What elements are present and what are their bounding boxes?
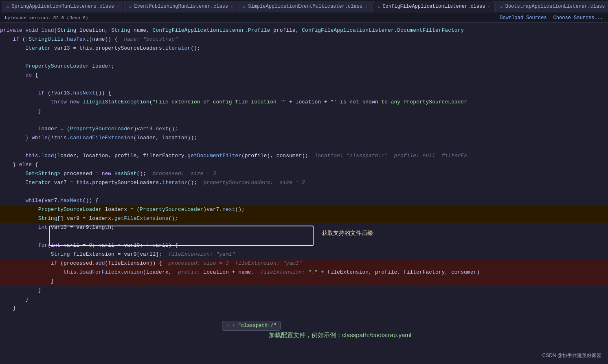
tab-close-config-file-listener[interactable]: ✕	[487, 4, 490, 9]
code-line-blank2	[0, 80, 608, 89]
line-content-fileext: String fileExtension = var9[var11]; file…	[0, 250, 603, 259]
choose-sources-link[interactable]: Choose Sources...	[553, 15, 603, 21]
code-line-loadforfile: this.loadForFileExtension(loaderx, prefi…	[0, 268, 608, 277]
bytecode-version: bytecode version: 52.0 (Java 8)	[5, 15, 88, 20]
code-line-else: } else {	[0, 160, 608, 169]
code-line-thisload: this.load(loader, location, profile, fil…	[0, 151, 608, 160]
tab-close-event-publishing[interactable]: ✕	[230, 4, 233, 9]
line-content-2: if (!StringUtils.hasText(name)) { name: …	[0, 35, 603, 44]
line-content-thisload: this.load(loader, location, profile, fil…	[0, 151, 603, 160]
code-line-if: if (!var13.hasNext()) {	[0, 89, 608, 98]
line-content-else: } else {	[0, 160, 603, 169]
tab-bootstrap-listener[interactable]: ☕ BootstrapApplicationListener.class ✕	[495, 1, 608, 12]
tab-spring-run-listeners[interactable]: ☕ SpringApplicationRunListeners.class ✕	[2, 1, 123, 12]
line-content-3: Iterator var13 = this.propertySourceLoad…	[0, 44, 603, 53]
code-line-2: if (!StringUtils.hasText(name)) { name: …	[0, 35, 608, 44]
tab-bar: ☕ SpringApplicationRunListeners.class ✕ …	[0, 0, 608, 13]
code-line-blank7: }	[0, 286, 608, 295]
tab-icon-spring-run-listeners: ☕	[6, 4, 9, 10]
line-content-closing3: }	[0, 295, 603, 304]
status-right: Download Sources Choose Sources...	[500, 15, 603, 21]
tab-event-publishing[interactable]: ☕ EventPublishingRunListener.class ✕	[124, 1, 237, 12]
line-content-blank1	[0, 53, 603, 62]
code-line-closing4: }	[0, 304, 608, 313]
tab-label-spring-run-listeners: SpringApplicationRunListeners.class	[11, 4, 114, 9]
line-content-blank2	[0, 80, 603, 89]
annotation-load-config: 加载配置文件，例如示例：classpath:/bootstrap.yaml	[269, 331, 411, 339]
line-content-processed-add: if (processed.add(fileExtension)) { proc…	[0, 259, 603, 268]
line-content-loaderx: PropertySourceLoader loaderx = (Property…	[0, 205, 603, 214]
line-content-blank7: }	[0, 286, 603, 295]
tooltip-value: + "classpath:/"	[232, 323, 276, 329]
code-line-for: for(int var11 = 0; var11 < var10; ++var1…	[0, 241, 608, 250]
line-content-var9: String[] var9 = loaderx.getFileExtension…	[0, 214, 603, 223]
tooltip-plus: +	[226, 323, 229, 329]
line-content-loadforfile: this.loadForFileExtension(loaderx, prefi…	[0, 268, 603, 277]
code-line-blank3	[0, 116, 608, 125]
tab-config-file-listener[interactable]: ☕ ConfigFileApplicationListener.class ✕	[373, 1, 494, 12]
line-content-loader: loader = (PropertySourceLoader)var13.nex…	[0, 125, 603, 134]
code-line-blank1	[0, 53, 608, 62]
code-line-var10: int var10 = var9.length;	[0, 223, 608, 232]
line-content-closing4: }	[0, 304, 603, 313]
code-line-1: private void load(String location, Strin…	[0, 26, 608, 35]
code-line-var7: Iterator var7 = this.propertySourceLoade…	[0, 178, 608, 187]
code-editor: private void load(String location, Strin…	[0, 23, 608, 364]
line-content-set: Set<String> processed = new HashSet(); p…	[0, 169, 603, 178]
line-content-6: do {	[0, 71, 603, 80]
tab-icon-bootstrap-listener: ☕	[500, 4, 503, 10]
code-line-blank6	[0, 232, 608, 241]
code-line-fileext: String fileExtension = var9[var11]; file…	[0, 250, 608, 259]
download-sources-link[interactable]: Download Sources	[500, 15, 547, 21]
tab-close-simple-multicaster[interactable]: ✕	[365, 4, 367, 9]
code-line-processed-add: if (processed.add(fileExtension)) { proc…	[0, 259, 608, 268]
tab-icon-simple-multicaster: ☕	[243, 4, 246, 10]
line-content-for: for(int var11 = 0; var11 < var10; ++var1…	[0, 241, 603, 250]
line-content-blank4	[0, 143, 603, 151]
line-content-blank6	[0, 232, 603, 241]
code-line-blank4	[0, 143, 608, 151]
line-content-if: if (!var13.hasNext()) {	[0, 89, 603, 98]
code-line-throw: throw new IllegalStateException("File ex…	[0, 98, 608, 107]
code-line-closing1: }	[0, 107, 608, 116]
code-line-closing3: }	[0, 295, 608, 304]
status-bar: bytecode version: 52.0 (Java 8) Download…	[0, 13, 608, 23]
code-line-set: Set<String> processed = new HashSet(); p…	[0, 169, 608, 178]
code-line-6: do {	[0, 71, 608, 80]
line-content-blank3	[0, 116, 603, 125]
tab-icon-config-file-listener: ☕	[377, 4, 380, 10]
csdn-watermark: CSDN @协手共建美好家园	[542, 352, 601, 359]
tab-icon-event-publishing: ☕	[129, 4, 132, 10]
tab-label-simple-multicaster: SimpleApplicationEventMulticaster.class	[248, 4, 362, 9]
line-content-var7: Iterator var7 = this.propertySourceLoade…	[0, 178, 603, 187]
code-line-loaderx: PropertySourceLoader loaderx = (Property…	[0, 205, 608, 214]
code-line-5: PropertySourceLoader loader;	[0, 62, 608, 71]
code-line-blank5	[0, 187, 608, 196]
line-content-while1: } while(!this.canLoadFileExtension(loade…	[0, 134, 603, 143]
tab-label-config-file-listener: ConfigFileApplicationListener.class	[382, 4, 485, 9]
code-line-3: Iterator var13 = this.propertySourceLoad…	[0, 44, 608, 53]
code-line-var9: String[] var9 = loaderx.getFileExtension…	[0, 214, 608, 223]
code-line-while2: while(var7.hasNext()) {	[0, 196, 608, 205]
tab-label-event-publishing: EventPublishingRunListener.class	[134, 4, 228, 9]
tooltip-classpath: + + "classpath:/"	[222, 321, 281, 331]
code-line-while1: } while(!this.canLoadFileExtension(loade…	[0, 134, 608, 143]
line-content-closing1: }	[0, 107, 603, 116]
line-content-closing2: }	[0, 277, 603, 286]
line-content-var10: int var10 = var9.length;	[0, 223, 603, 232]
line-content-1: private void load(String location, Strin…	[0, 26, 603, 35]
line-content-5: PropertySourceLoader loader;	[0, 62, 603, 71]
tab-close-spring-run-listeners[interactable]: ✕	[116, 4, 119, 9]
line-content-throw: throw new IllegalStateException("File ex…	[0, 98, 603, 107]
tab-simple-multicaster[interactable]: ☕ SimpleApplicationEventMulticaster.clas…	[238, 1, 372, 12]
code-line-loader: loader = (PropertySourceLoader)var13.nex…	[0, 125, 608, 134]
code-line-closing2: }	[0, 277, 608, 286]
tab-label-bootstrap-listener: BootstrapApplicationListener.class	[505, 4, 605, 9]
line-content-blank5	[0, 187, 603, 196]
line-content-while2: while(var7.hasNext()) {	[0, 196, 603, 205]
